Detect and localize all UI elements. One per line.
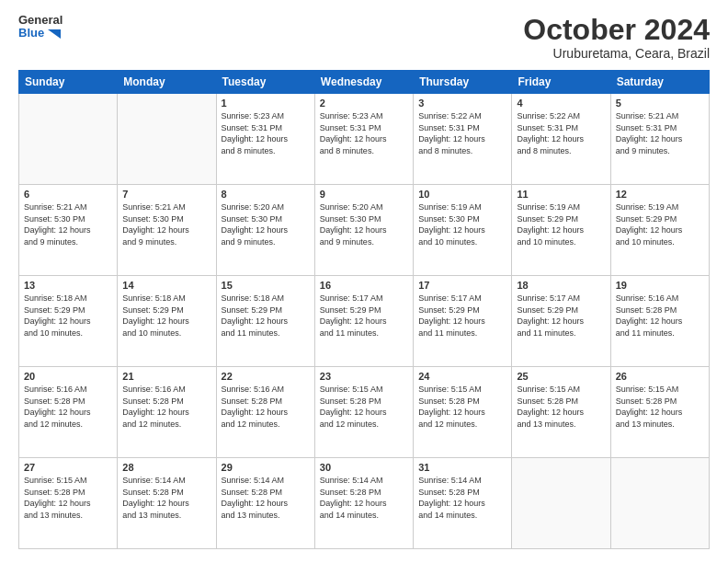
calendar-week-row: 13Sunrise: 5:18 AM Sunset: 5:29 PM Dayli…: [19, 276, 710, 367]
day-number: 15: [222, 280, 310, 291]
day-info: Sunrise: 5:15 AM Sunset: 5:28 PM Dayligh…: [616, 384, 704, 430]
calendar-week-row: 1Sunrise: 5:23 AM Sunset: 5:31 PM Daylig…: [19, 94, 710, 185]
calendar-day-cell: [19, 94, 118, 185]
calendar-day-cell: 7Sunrise: 5:21 AM Sunset: 5:30 PM Daylig…: [118, 185, 216, 276]
calendar-header-cell: Monday: [118, 71, 216, 94]
page: General Blue October 2024 Uruburetama, C…: [0, 0, 728, 563]
day-info: Sunrise: 5:17 AM Sunset: 5:29 PM Dayligh…: [418, 293, 506, 339]
calendar-week-row: 27Sunrise: 5:15 AM Sunset: 5:28 PM Dayli…: [19, 458, 710, 549]
day-info: Sunrise: 5:14 AM Sunset: 5:28 PM Dayligh…: [320, 475, 408, 521]
day-number: 23: [320, 371, 408, 382]
calendar-day-cell: 11Sunrise: 5:19 AM Sunset: 5:29 PM Dayli…: [512, 185, 610, 276]
calendar-day-cell: 18Sunrise: 5:17 AM Sunset: 5:29 PM Dayli…: [512, 276, 610, 367]
calendar-week-row: 6Sunrise: 5:21 AM Sunset: 5:30 PM Daylig…: [19, 185, 710, 276]
logo-general: General: [18, 14, 63, 27]
calendar-day-cell: 9Sunrise: 5:20 AM Sunset: 5:30 PM Daylig…: [314, 185, 413, 276]
day-number: 12: [616, 189, 704, 200]
calendar-day-cell: 16Sunrise: 5:17 AM Sunset: 5:29 PM Dayli…: [314, 276, 413, 367]
day-info: Sunrise: 5:19 AM Sunset: 5:29 PM Dayligh…: [616, 201, 704, 247]
day-info: Sunrise: 5:23 AM Sunset: 5:31 PM Dayligh…: [222, 110, 310, 156]
day-number: 19: [616, 280, 704, 291]
logo: General Blue: [18, 14, 63, 40]
day-number: 22: [222, 371, 310, 382]
calendar-header-cell: Thursday: [414, 71, 512, 94]
day-info: Sunrise: 5:21 AM Sunset: 5:31 PM Dayligh…: [616, 110, 704, 156]
day-info: Sunrise: 5:15 AM Sunset: 5:28 PM Dayligh…: [418, 384, 506, 430]
day-number: 5: [616, 98, 704, 109]
calendar-day-cell: 21Sunrise: 5:16 AM Sunset: 5:28 PM Dayli…: [118, 367, 216, 458]
calendar-day-cell: 22Sunrise: 5:16 AM Sunset: 5:28 PM Dayli…: [216, 367, 314, 458]
day-info: Sunrise: 5:23 AM Sunset: 5:31 PM Dayligh…: [320, 110, 408, 156]
calendar-day-cell: 14Sunrise: 5:18 AM Sunset: 5:29 PM Dayli…: [118, 276, 216, 367]
calendar-day-cell: [610, 458, 709, 549]
calendar-day-cell: 30Sunrise: 5:14 AM Sunset: 5:28 PM Dayli…: [314, 458, 413, 549]
calendar-day-cell: 3Sunrise: 5:22 AM Sunset: 5:31 PM Daylig…: [414, 94, 512, 185]
day-info: Sunrise: 5:20 AM Sunset: 5:30 PM Dayligh…: [222, 201, 310, 247]
day-number: 9: [320, 189, 408, 200]
calendar-day-cell: 15Sunrise: 5:18 AM Sunset: 5:29 PM Dayli…: [216, 276, 314, 367]
calendar-day-cell: 17Sunrise: 5:17 AM Sunset: 5:29 PM Dayli…: [414, 276, 512, 367]
day-info: Sunrise: 5:22 AM Sunset: 5:31 PM Dayligh…: [418, 110, 506, 156]
day-number: 10: [418, 189, 506, 200]
calendar-table: SundayMondayTuesdayWednesdayThursdayFrid…: [18, 70, 710, 549]
calendar-header-cell: Wednesday: [314, 71, 413, 94]
day-number: 4: [517, 98, 605, 109]
logo-blue: Blue: [18, 27, 63, 40]
calendar-header-cell: Friday: [512, 71, 610, 94]
day-number: 2: [320, 98, 408, 109]
calendar-day-cell: 13Sunrise: 5:18 AM Sunset: 5:29 PM Dayli…: [19, 276, 118, 367]
day-number: 21: [122, 371, 210, 382]
calendar-header-row: SundayMondayTuesdayWednesdayThursdayFrid…: [19, 71, 710, 94]
title-block: October 2024 Uruburetama, Ceara, Brazil: [523, 14, 710, 61]
day-number: 30: [320, 462, 408, 473]
calendar-day-cell: 27Sunrise: 5:15 AM Sunset: 5:28 PM Dayli…: [19, 458, 118, 549]
day-info: Sunrise: 5:14 AM Sunset: 5:28 PM Dayligh…: [222, 475, 310, 521]
calendar-header-cell: Tuesday: [216, 71, 314, 94]
svg-marker-0: [48, 29, 61, 39]
day-info: Sunrise: 5:16 AM Sunset: 5:28 PM Dayligh…: [222, 384, 310, 430]
calendar-day-cell: 24Sunrise: 5:15 AM Sunset: 5:28 PM Dayli…: [414, 367, 512, 458]
day-number: 28: [122, 462, 210, 473]
day-number: 25: [517, 371, 605, 382]
day-number: 7: [122, 189, 210, 200]
calendar-day-cell: 1Sunrise: 5:23 AM Sunset: 5:31 PM Daylig…: [216, 94, 314, 185]
day-info: Sunrise: 5:21 AM Sunset: 5:30 PM Dayligh…: [24, 201, 112, 247]
calendar-day-cell: [512, 458, 610, 549]
day-info: Sunrise: 5:17 AM Sunset: 5:29 PM Dayligh…: [320, 293, 408, 339]
day-info: Sunrise: 5:15 AM Sunset: 5:28 PM Dayligh…: [517, 384, 605, 430]
calendar-day-cell: 25Sunrise: 5:15 AM Sunset: 5:28 PM Dayli…: [512, 367, 610, 458]
day-number: 29: [222, 462, 310, 473]
day-info: Sunrise: 5:17 AM Sunset: 5:29 PM Dayligh…: [517, 293, 605, 339]
day-info: Sunrise: 5:14 AM Sunset: 5:28 PM Dayligh…: [418, 475, 506, 521]
day-number: 17: [418, 280, 506, 291]
day-number: 31: [418, 462, 506, 473]
calendar-day-cell: 5Sunrise: 5:21 AM Sunset: 5:31 PM Daylig…: [610, 94, 709, 185]
calendar-header-cell: Sunday: [19, 71, 118, 94]
day-info: Sunrise: 5:22 AM Sunset: 5:31 PM Dayligh…: [517, 110, 605, 156]
day-number: 24: [418, 371, 506, 382]
day-info: Sunrise: 5:21 AM Sunset: 5:30 PM Dayligh…: [122, 201, 210, 247]
day-info: Sunrise: 5:18 AM Sunset: 5:29 PM Dayligh…: [122, 293, 210, 339]
day-info: Sunrise: 5:18 AM Sunset: 5:29 PM Dayligh…: [24, 293, 112, 339]
day-info: Sunrise: 5:15 AM Sunset: 5:28 PM Dayligh…: [24, 475, 112, 521]
location: Uruburetama, Ceara, Brazil: [523, 46, 710, 61]
calendar-day-cell: 28Sunrise: 5:14 AM Sunset: 5:28 PM Dayli…: [118, 458, 216, 549]
calendar-day-cell: 2Sunrise: 5:23 AM Sunset: 5:31 PM Daylig…: [314, 94, 413, 185]
day-info: Sunrise: 5:19 AM Sunset: 5:29 PM Dayligh…: [517, 201, 605, 247]
day-info: Sunrise: 5:16 AM Sunset: 5:28 PM Dayligh…: [24, 384, 112, 430]
day-info: Sunrise: 5:18 AM Sunset: 5:29 PM Dayligh…: [222, 293, 310, 339]
day-info: Sunrise: 5:15 AM Sunset: 5:28 PM Dayligh…: [320, 384, 408, 430]
calendar-week-row: 20Sunrise: 5:16 AM Sunset: 5:28 PM Dayli…: [19, 367, 710, 458]
calendar-day-cell: 31Sunrise: 5:14 AM Sunset: 5:28 PM Dayli…: [414, 458, 512, 549]
day-number: 11: [517, 189, 605, 200]
calendar-day-cell: 12Sunrise: 5:19 AM Sunset: 5:29 PM Dayli…: [610, 185, 709, 276]
day-number: 8: [222, 189, 310, 200]
day-number: 13: [24, 280, 112, 291]
day-number: 3: [418, 98, 506, 109]
logo-arrow-icon: [48, 29, 61, 39]
day-number: 20: [24, 371, 112, 382]
day-number: 18: [517, 280, 605, 291]
calendar-day-cell: [118, 94, 216, 185]
day-number: 1: [222, 98, 310, 109]
calendar-day-cell: 20Sunrise: 5:16 AM Sunset: 5:28 PM Dayli…: [19, 367, 118, 458]
